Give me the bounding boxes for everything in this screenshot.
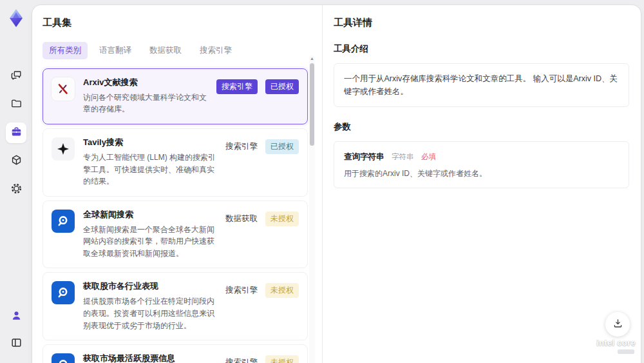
- tool-text: Arxiv文献搜索 访问各个研究领域大量科学论文和文章的存储库。: [75, 77, 216, 115]
- download-button[interactable]: [605, 312, 630, 337]
- tool-meta: 搜索引擎 未授权: [225, 353, 299, 363]
- intro-box: 一个用于从Arxiv存储库搜索科学论文和文章的工具。 输入可以是Arxiv ID…: [334, 63, 629, 107]
- tool-text: 全球新闻搜索 全球新闻搜索是一个聚合全球各大新闻网站内容的搜索引擎，帮助用户快速…: [75, 210, 225, 260]
- param-type: 字符串: [392, 153, 414, 161]
- category-tab[interactable]: 所有类别: [43, 42, 88, 59]
- user-icon: [10, 309, 23, 324]
- tool-detail-panel: 工具详情 工具介绍 一个用于从Arxiv存储库搜索科学论文和文章的工具。 输入可…: [323, 5, 641, 363]
- sidebar-item-settings[interactable]: [6, 179, 26, 200]
- intro-heading: 工具介绍: [334, 43, 629, 55]
- tools-list-panel: 工具集 所有类别语言翻译数据获取搜索引擎 Arxiv文献搜索 访问各个研究领域大…: [32, 5, 323, 363]
- tool-text: 获取股市各行业表现 提供股票市场各个行业在特定时间段内的表现。投资者可以利用这些…: [75, 281, 225, 331]
- intel-core-logo: intel core: [596, 338, 636, 354]
- folder-icon: [10, 97, 23, 112]
- bluesearch-icon: [52, 281, 75, 304]
- left-sidebar: [0, 0, 32, 363]
- tool-list: Arxiv文献搜索 访问各个研究领域大量科学论文和文章的存储库。 搜索引擎 已授…: [43, 68, 308, 363]
- brand-text: intel core: [596, 338, 636, 348]
- briefcase-icon: [10, 126, 23, 141]
- sidebar-item-files[interactable]: [6, 94, 26, 115]
- tool-meta: 数据获取 未授权: [225, 210, 299, 226]
- tool-description: 全球新闻搜索是一个聚合全球各大新闻网站内容的搜索引擎，帮助用户快速获取全球最新资…: [83, 224, 220, 260]
- tool-card[interactable]: 全球新闻搜索 全球新闻搜索是一个聚合全球各大新闻网站内容的搜索引擎，帮助用户快速…: [43, 201, 308, 269]
- cube-icon: [10, 154, 23, 169]
- tool-category-badge: 搜索引擎: [225, 285, 258, 296]
- tool-auth-badge: 已授权: [265, 79, 299, 94]
- tool-text: Tavily搜索 专为人工智能代理 (LLM) 构建的搜索引擎工具。可快速提供实…: [75, 137, 225, 188]
- tool-category-badge: 搜索引擎: [225, 357, 258, 363]
- intro-text: 一个用于从Arxiv存储库搜索科学论文和文章的工具。 输入可以是Arxiv ID…: [344, 72, 619, 98]
- tool-meta: 搜索引擎 未授权: [225, 281, 299, 298]
- sidebar-item-panel-toggle[interactable]: [6, 333, 26, 354]
- tool-meta: 搜索引擎 已授权: [216, 77, 299, 94]
- tool-name: Arxiv文献搜索: [83, 77, 211, 88]
- tool-meta: 搜索引擎 已授权: [225, 137, 299, 154]
- sidebar-item-toolbox[interactable]: [6, 123, 26, 143]
- tool-card[interactable]: Arxiv文献搜索 访问各个研究领域大量科学论文和文章的存储库。 搜索引擎 已授…: [43, 68, 308, 124]
- category-tab[interactable]: 搜索引擎: [193, 42, 238, 59]
- tool-name: 获取市场最活跃股票信息: [83, 353, 220, 363]
- sidebar-item-models[interactable]: [6, 151, 26, 172]
- category-tab[interactable]: 语言翻译: [93, 42, 138, 59]
- tool-description: 提供股票市场各个行业在特定时间段内的表现。投资者可以利用这些信息来识别表现优于或…: [83, 295, 220, 331]
- app-window: 工具集 所有类别语言翻译数据获取搜索引擎 Arxiv文献搜索 访问各个研究领域大…: [32, 5, 641, 363]
- tool-name: 获取股市各行业表现: [83, 281, 220, 292]
- params-heading: 参数: [334, 121, 629, 133]
- tool-name: Tavily搜索: [83, 137, 220, 148]
- tool-category-badge: 搜索引擎: [216, 79, 258, 94]
- app-logo: [6, 8, 26, 28]
- page-title: 工具集: [43, 17, 308, 29]
- param-name: 查询字符串: [344, 152, 384, 161]
- bluesearch-icon: [52, 210, 75, 233]
- arxiv-icon: [52, 77, 75, 101]
- tool-text: 获取市场最活跃股票信息 提供当天交易量最高的股票列表，投资者可以利用这些信息来识…: [75, 353, 225, 363]
- sidebar-item-chat[interactable]: [6, 66, 26, 86]
- param-header: 查询字符串 字符串 必填: [344, 150, 619, 162]
- brand-badge: [618, 349, 634, 354]
- sidebar-item-account[interactable]: [6, 306, 26, 327]
- panel-toggle-icon: [10, 337, 23, 351]
- category-tab[interactable]: 数据获取: [143, 42, 188, 59]
- detail-title: 工具详情: [334, 17, 629, 29]
- param-box: 查询字符串 字符串 必填 用于搜索的Arxiv ID、关键字或作者姓名。: [334, 141, 629, 188]
- list-scrollbar[interactable]: ▲ ▼: [309, 55, 315, 363]
- tool-card[interactable]: 获取股市各行业表现 提供股票市场各个行业在特定时间段内的表现。投资者可以利用这些…: [43, 272, 308, 340]
- bluesearch-icon: [52, 353, 75, 363]
- scrollbar-thumb[interactable]: [310, 63, 314, 146]
- chat-icon: [10, 69, 23, 84]
- tool-auth-badge: 未授权: [265, 211, 299, 226]
- scrollbar-up-arrow[interactable]: ▲: [309, 56, 315, 61]
- tool-category-badge: 搜索引擎: [225, 141, 258, 152]
- tool-card[interactable]: Tavily搜索 专为人工智能代理 (LLM) 构建的搜索引擎工具。可快速提供实…: [43, 128, 308, 197]
- tool-auth-badge: 已授权: [265, 139, 299, 154]
- tool-card[interactable]: 获取市场最活跃股票信息 提供当天交易量最高的股票列表，投资者可以利用这些信息来识…: [43, 344, 308, 363]
- param-required-badge: 必填: [421, 153, 436, 161]
- param-description: 用于搜索的Arxiv ID、关键字或作者姓名。: [344, 168, 619, 179]
- tool-description: 专为人工智能代理 (LLM) 构建的搜索引擎工具。可快速提供实时、准确和真实的结…: [83, 152, 220, 188]
- star-icon: [52, 137, 75, 161]
- tool-category-badge: 数据获取: [225, 213, 258, 224]
- category-tabs: 所有类别语言翻译数据获取搜索引擎: [43, 42, 308, 59]
- tool-auth-badge: 未授权: [265, 283, 299, 298]
- tool-description: 访问各个研究领域大量科学论文和文章的存储库。: [83, 92, 211, 115]
- tool-auth-badge: 未授权: [265, 355, 299, 363]
- gear-icon: [10, 182, 23, 197]
- tool-name: 全球新闻搜索: [83, 210, 220, 221]
- download-icon: [612, 318, 623, 331]
